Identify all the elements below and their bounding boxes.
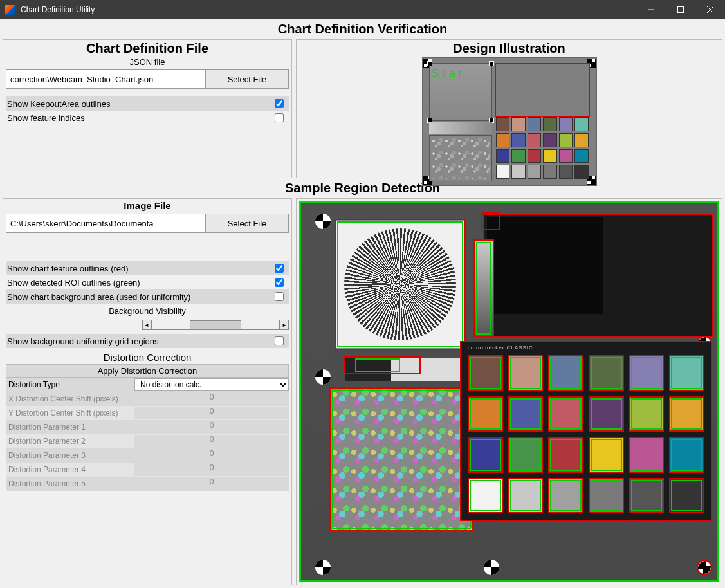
sample-region-detection-heading: Sample Region Detection <box>3 181 722 196</box>
json-select-file-button[interactable]: Select File <box>205 69 289 89</box>
show-red-outlines-label: Show chart feature outlines (red) <box>7 264 275 273</box>
color-patch <box>559 117 573 131</box>
param-label: Distortion Parameter 3 <box>6 451 132 460</box>
param-value: 0 <box>134 477 289 490</box>
distortion-param-row: Distortion Parameter 30 <box>6 448 289 463</box>
show-red-outlines-checkbox[interactable] <box>275 264 284 273</box>
indices-label: Show feature indices <box>7 113 275 123</box>
window-title: Chart Definition Utility <box>21 5 636 14</box>
param-label: X Distortion Center Shift (pixels) <box>6 394 132 403</box>
sample-image-panel: colorchecker CLASSIC <box>296 198 722 585</box>
distortion-param-row: Y Distortion Center Shift (pixels)0 <box>6 406 289 420</box>
color-patch <box>511 133 526 147</box>
distortion-param-row: Distortion Parameter 50 <box>6 477 289 491</box>
design-chart-canvas: Star <box>422 57 597 186</box>
slider-right-arrow-icon[interactable]: ► <box>280 320 289 330</box>
show-green-outlines-label: Show detected ROI outlines (green) <box>7 278 275 288</box>
color-patch <box>543 165 557 179</box>
distortion-correction-heading: Distortion Correction <box>6 352 289 363</box>
color-patch <box>528 133 542 147</box>
colorchecker-grid <box>495 116 590 180</box>
param-label: Distortion Parameter 1 <box>6 423 132 432</box>
star-label: Star <box>432 66 465 80</box>
param-label: Distortion Parameter 4 <box>6 465 132 474</box>
color-patch <box>543 117 557 131</box>
image-file-title: Image File <box>6 200 289 211</box>
json-file-label: JSON file <box>6 57 289 67</box>
indices-checkbox[interactable] <box>275 113 284 122</box>
close-button[interactable] <box>695 0 725 19</box>
color-patch <box>496 165 510 179</box>
distortion-param-row: Distortion Parameter 20 <box>6 434 289 448</box>
param-label: Y Distortion Center Shift (pixels) <box>6 409 132 418</box>
design-illustration-panel: Design Illustration Star <box>296 39 722 178</box>
image-file-input[interactable] <box>6 214 205 233</box>
sample-region-left-panel: Image File Select File Show chart featur… <box>3 198 292 585</box>
param-value: 0 <box>134 449 289 462</box>
svg-rect-0 <box>678 7 684 13</box>
color-patch <box>528 149 542 163</box>
show-bg-area-checkbox[interactable] <box>275 292 284 301</box>
image-select-file-button[interactable]: Select File <box>205 214 289 233</box>
fiducial-icon <box>489 61 494 66</box>
color-patch <box>574 149 589 163</box>
indices-option-row: Show feature indices <box>6 111 289 125</box>
show-green-outlines-checkbox[interactable] <box>275 278 284 287</box>
slider-left-arrow-icon[interactable]: ◄ <box>142 320 151 330</box>
show-grid-checkbox[interactable] <box>275 336 284 345</box>
param-value: 0 <box>134 407 289 419</box>
full-frame-green-outline <box>300 202 719 582</box>
color-patch <box>496 149 510 163</box>
param-value: 0 <box>134 392 289 405</box>
json-file-input[interactable] <box>6 69 205 89</box>
texture-box <box>429 135 492 181</box>
color-patch <box>496 117 510 131</box>
distortion-param-row: X Distortion Center Shift (pixels)0 <box>6 392 289 406</box>
color-patch <box>511 117 526 131</box>
slider-thumb[interactable] <box>190 320 241 329</box>
wedge-box <box>429 122 492 134</box>
black-region-outline <box>495 63 590 117</box>
chart-def-verification-heading: Chart Definition Verification <box>3 22 722 37</box>
color-patch <box>559 133 573 147</box>
color-patch <box>559 149 573 163</box>
sample-image-canvas[interactable]: colorchecker CLASSIC <box>299 201 719 582</box>
star-chart-box: Star <box>429 63 492 121</box>
top-mid-red-box <box>481 212 500 230</box>
color-patch <box>511 149 526 163</box>
keepout-option-row: Show KeepoutArea outlines <box>6 96 289 111</box>
fiducial-icon <box>427 61 432 66</box>
chart-def-file-title: Chart Definition File <box>6 41 289 56</box>
minimize-button[interactable] <box>636 0 666 19</box>
color-patch <box>528 117 542 131</box>
distortion-param-row: Distortion Parameter 10 <box>6 420 289 434</box>
color-patch <box>511 165 526 179</box>
param-value: 0 <box>134 435 289 448</box>
color-patch <box>574 133 589 147</box>
color-patch <box>574 117 589 131</box>
distortion-type-label: Distortion Type <box>6 380 132 389</box>
color-patch <box>528 165 542 179</box>
color-patch <box>574 165 589 179</box>
distortion-param-row: Distortion Parameter 40 <box>6 463 289 477</box>
titlebar: Chart Definition Utility <box>0 0 725 19</box>
color-patch <box>543 133 557 147</box>
apply-distortion-subheader: Apply Distortion Correction <box>6 364 289 378</box>
bg-visibility-slider[interactable]: ◄ ► <box>6 318 289 331</box>
param-value: 0 <box>134 463 289 476</box>
show-bg-area-label: Show chart background area (used for uni… <box>7 292 275 302</box>
color-patch <box>559 165 573 179</box>
design-illustration-title: Design Illustration <box>299 41 719 56</box>
maximize-button[interactable] <box>666 0 695 19</box>
param-label: Distortion Parameter 5 <box>6 479 132 488</box>
app-icon <box>5 5 15 15</box>
distortion-type-select[interactable]: No distortion calc. <box>134 378 289 391</box>
chart-definition-file-panel: Chart Definition File JSON file Select F… <box>3 39 292 178</box>
color-patch <box>543 149 557 163</box>
keepout-checkbox[interactable] <box>275 99 284 108</box>
color-patch <box>496 133 510 147</box>
param-value: 0 <box>134 421 289 434</box>
bg-visibility-label: Background Visibility <box>6 306 289 316</box>
show-grid-label: Show background uniformity grid regions <box>7 336 275 346</box>
keepout-label: Show KeepoutArea outlines <box>7 99 275 109</box>
